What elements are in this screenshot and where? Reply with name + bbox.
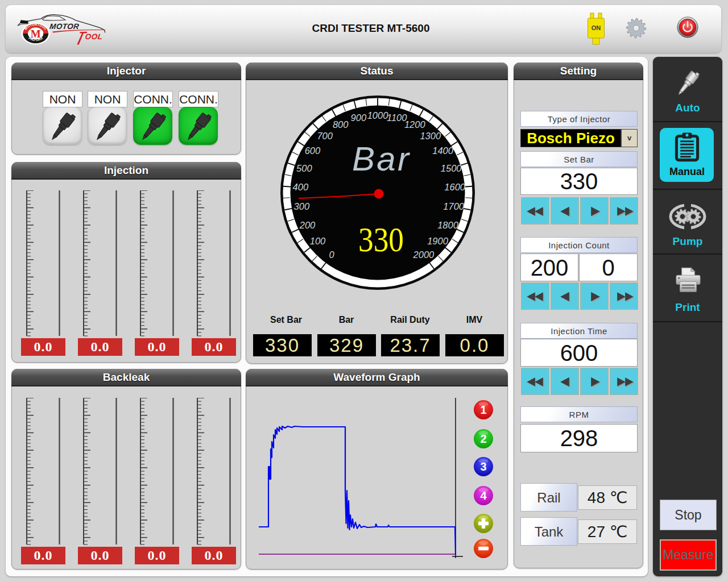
svg-text:500: 500 bbox=[296, 163, 312, 173]
svg-text:1900: 1900 bbox=[427, 236, 449, 246]
svg-text:400: 400 bbox=[293, 182, 309, 192]
svg-text:1000: 1000 bbox=[367, 110, 389, 120]
svg-text:1300: 1300 bbox=[420, 131, 441, 141]
svg-text:800: 800 bbox=[333, 119, 349, 130]
svg-text:1200: 1200 bbox=[404, 119, 426, 130]
svg-text:200: 200 bbox=[299, 220, 316, 230]
svg-text:1500: 1500 bbox=[441, 163, 462, 173]
svg-text:1600: 1600 bbox=[444, 182, 466, 192]
svg-text:0: 0 bbox=[329, 250, 335, 260]
svg-text:1800: 1800 bbox=[437, 220, 459, 230]
svg-text:ON: ON bbox=[592, 24, 601, 31]
svg-text:300: 300 bbox=[294, 201, 310, 211]
svg-text:OOL: OOL bbox=[85, 33, 103, 41]
svg-text:1400: 1400 bbox=[432, 146, 454, 156]
svg-text:4: 4 bbox=[480, 489, 487, 502]
svg-text:700: 700 bbox=[317, 131, 333, 141]
svg-text:100: 100 bbox=[310, 236, 326, 246]
svg-text:1700: 1700 bbox=[443, 201, 465, 211]
svg-text:MOTOR: MOTOR bbox=[49, 22, 80, 31]
svg-text:330: 330 bbox=[358, 221, 404, 259]
svg-text:3: 3 bbox=[480, 460, 486, 473]
svg-text:2: 2 bbox=[480, 433, 486, 445]
svg-text:2000: 2000 bbox=[413, 250, 435, 260]
svg-text:1: 1 bbox=[480, 404, 486, 416]
svg-text:900: 900 bbox=[351, 113, 367, 123]
svg-text:600: 600 bbox=[305, 146, 321, 156]
svg-text:Bar: Bar bbox=[352, 140, 410, 178]
